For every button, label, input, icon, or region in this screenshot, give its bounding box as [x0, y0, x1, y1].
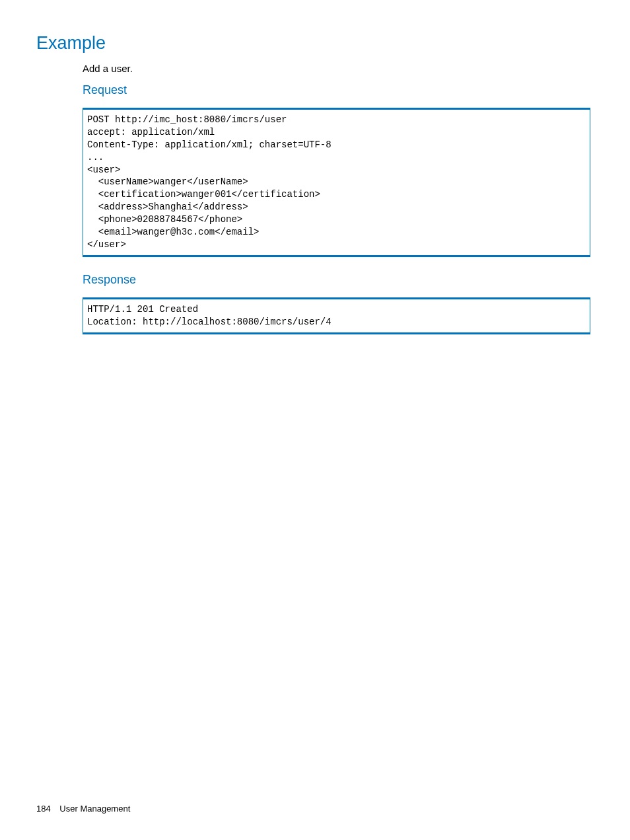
intro-text: Add a user. — [83, 63, 590, 74]
page-number: 184 — [36, 804, 51, 814]
heading-response: Response — [83, 273, 590, 287]
heading-request: Request — [83, 83, 590, 97]
heading-example: Example — [36, 33, 590, 54]
page-footer: 184 User Management — [36, 804, 130, 814]
response-code-block: HTTP/1.1 201 Created Location: http://lo… — [83, 297, 590, 334]
footer-section: User Management — [59, 804, 130, 814]
request-code-block: POST http://imc_host:8080/imcrs/user acc… — [83, 108, 590, 257]
